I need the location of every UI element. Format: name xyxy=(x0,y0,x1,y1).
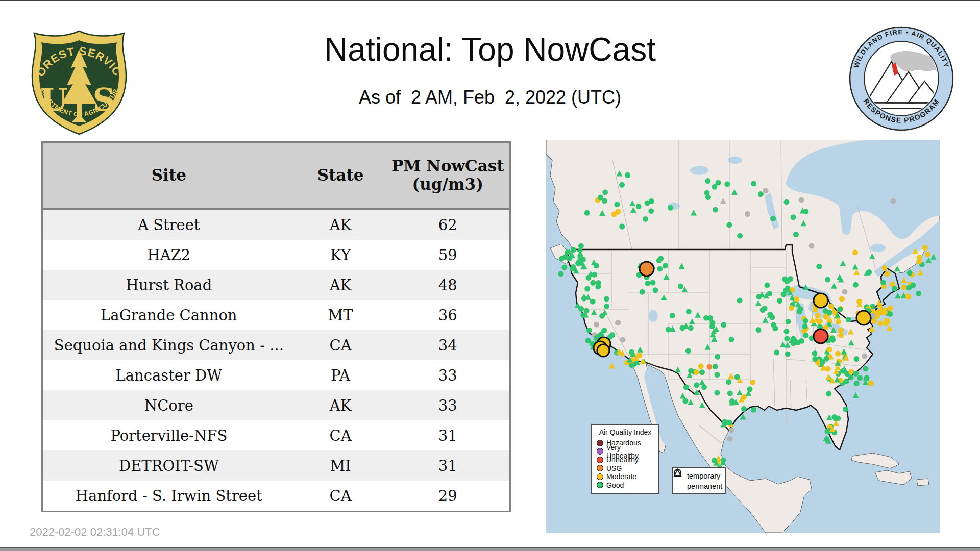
monitor-dot-inactive xyxy=(862,354,868,359)
monitor-dot-good xyxy=(791,214,796,220)
monitor-dot-inactive xyxy=(891,198,896,204)
monitor-dot-good xyxy=(747,386,753,392)
monitor-dot-moderate xyxy=(750,380,755,385)
monitor-dot-good xyxy=(670,313,675,318)
monitor-dot-moderate xyxy=(826,347,832,353)
monitor-dot-good xyxy=(784,279,790,284)
monitor-dot-good xyxy=(795,340,801,345)
value-cell: 34 xyxy=(386,330,510,360)
monitor-dot-good xyxy=(567,256,572,261)
monitor-dot-good xyxy=(854,381,860,386)
great-salt-lake xyxy=(649,310,658,322)
monitor-dot-good xyxy=(783,199,789,205)
monitor-dot-good xyxy=(831,414,837,420)
monitor-dot-good xyxy=(575,260,581,266)
monitor-dot-good xyxy=(837,307,843,312)
monitor-dot-moderate xyxy=(871,318,877,324)
monitor-dot-moderate xyxy=(852,249,858,255)
monitor-dot-good xyxy=(658,256,664,261)
value-cell: 62 xyxy=(386,209,510,240)
monitor-dot-good xyxy=(715,180,721,186)
monitor-dot-moderate xyxy=(825,366,830,372)
monitor-dot-good xyxy=(571,247,576,253)
monitor-dot-good xyxy=(741,406,747,412)
state-cell: CA xyxy=(295,330,386,360)
col-header-site: Site xyxy=(42,142,295,209)
monitor-dot-good xyxy=(584,210,590,216)
site-cell: LaGrande Cannon xyxy=(42,300,295,330)
monitor-dot-good xyxy=(686,309,692,314)
monitor-dot-good xyxy=(827,310,832,316)
monitor-dot-good xyxy=(652,287,658,293)
legend-item-permanent: permanent xyxy=(676,481,722,491)
value-cell: 33 xyxy=(386,390,510,420)
monitor-dot-good xyxy=(784,336,790,341)
site-cell: Hanford - S. Irwin Street xyxy=(42,481,295,512)
monitor-dot-moderate xyxy=(838,333,844,338)
monitor-dot-good xyxy=(713,207,718,213)
aqi-legend-item: Good xyxy=(597,481,654,490)
monitor-dot-good xyxy=(699,369,705,375)
monitor-dot-good xyxy=(758,191,764,197)
table-row: Porterville-NFSCA31 xyxy=(42,420,510,450)
value-cell: 36 xyxy=(386,300,510,330)
monitor-dot-good xyxy=(764,283,770,288)
monitor-dot-good xyxy=(812,356,818,362)
monitor-dot-good xyxy=(578,306,584,312)
table-row: HAZ2KY59 xyxy=(42,240,510,270)
monitor-dot-good xyxy=(694,382,699,388)
value-cell: 33 xyxy=(386,360,510,390)
monitor-dot-good xyxy=(640,289,645,295)
monitor-dot-inactive xyxy=(620,337,626,343)
site-cell: HAZ2 xyxy=(42,240,295,270)
monitor-dot-moderate xyxy=(881,265,887,271)
monitor-dot-good xyxy=(824,437,829,442)
monitor-dot-good xyxy=(771,322,776,328)
aqi-legend-label: Good xyxy=(606,481,624,489)
site-cell: DETROIT-SW xyxy=(42,450,295,481)
monitor-dot-good xyxy=(791,336,796,341)
value-cell: 31 xyxy=(386,420,510,450)
site-cell: A Street xyxy=(42,209,295,240)
monitor-dot-moderate xyxy=(698,363,704,369)
monitor-dot-good xyxy=(907,270,913,276)
site-cell: Porterville-NFS xyxy=(42,420,295,450)
aqi-legend-label: USG xyxy=(606,464,622,472)
nowcast-report-page: FOREST SERVICE U S DEPARTMENT OF AGRICUL… xyxy=(0,0,980,551)
monitor-dot-good xyxy=(585,275,591,281)
monitor-dot-good xyxy=(678,284,683,289)
monitor-dot-good xyxy=(714,390,720,395)
monitor-dot-good xyxy=(648,208,654,214)
monitor-dot-good xyxy=(798,306,803,312)
table-row: A StreetAK62 xyxy=(42,209,510,240)
monitor-dot-good xyxy=(701,384,707,390)
generated-timestamp: 2022-02-02 02:31:04 UTC xyxy=(30,525,160,539)
value-cell: 48 xyxy=(386,270,510,300)
state-cell: PA xyxy=(295,360,386,390)
monitor-dot-moderate xyxy=(856,299,862,305)
monitor-dot-moderate xyxy=(817,319,823,324)
canadian-lake xyxy=(892,178,905,185)
monitor-dot-good xyxy=(619,224,625,230)
legend-item-temporary: temporary xyxy=(676,471,722,481)
monitor-dot-good xyxy=(726,222,732,228)
monitor-dot-inactive xyxy=(809,243,815,249)
monitor-dot-good xyxy=(715,354,720,360)
monitor-dot-moderate xyxy=(838,328,844,333)
monitor-dot-good xyxy=(760,307,766,313)
monitor-dot-good xyxy=(584,286,590,291)
monitor-dot-moderate xyxy=(885,271,890,277)
state-cell: AK xyxy=(295,270,386,300)
monitor-dot-good xyxy=(783,287,789,293)
monitor-dot-moderate xyxy=(901,284,906,290)
aqi-legend-item: Moderate xyxy=(597,472,654,481)
monitor-dot-good xyxy=(892,286,897,291)
monitor-dot-moderate xyxy=(836,319,841,324)
monitor-dot-good xyxy=(682,398,688,404)
site-cell: Sequoia and Kings Canyon - ... xyxy=(42,330,295,360)
canadian-lake xyxy=(870,244,886,252)
monitor-dot-inactive xyxy=(727,436,733,442)
monitor-dot-moderate xyxy=(917,255,922,260)
monitor-dot-good xyxy=(650,280,656,285)
monitor-dot-good xyxy=(737,233,743,239)
